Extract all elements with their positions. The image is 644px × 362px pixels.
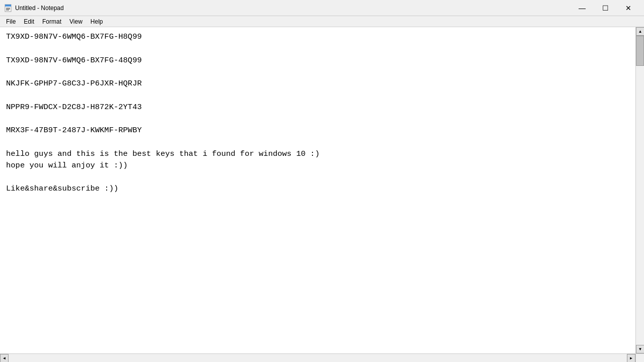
menu-help[interactable]: Help xyxy=(87,17,107,26)
maximize-button[interactable]: ☐ xyxy=(594,0,617,16)
menu-edit[interactable]: Edit xyxy=(20,17,38,26)
scroll-thumb[interactable] xyxy=(636,36,644,66)
scroll-left-button[interactable]: ◄ xyxy=(0,354,9,362)
close-button[interactable]: ✕ xyxy=(617,0,640,16)
minimize-button[interactable]: — xyxy=(571,0,594,16)
app-icon xyxy=(4,4,12,12)
vertical-scrollbar[interactable]: ▲ ▼ xyxy=(635,27,644,353)
menu-file[interactable]: File xyxy=(2,17,20,26)
bottom-bar: ◄ ► xyxy=(0,353,644,362)
horizontal-scroll-track[interactable] xyxy=(9,354,627,362)
text-editor[interactable]: TX9XD-98N7V-6WMQ6-BX7FG-H8Q99 TX9XD-98N7… xyxy=(0,27,635,353)
scroll-track[interactable] xyxy=(636,36,644,345)
scroll-down-button[interactable]: ▼ xyxy=(636,345,644,353)
title-bar: Untitled - Notepad — ☐ ✕ xyxy=(0,0,644,16)
editor-area: TX9XD-98N7V-6WMQ6-BX7FG-H8Q99 TX9XD-98N7… xyxy=(0,27,644,353)
window-controls: — ☐ ✕ xyxy=(571,0,640,16)
scrollbar-corner xyxy=(635,353,644,362)
menu-bar: File Edit Format View Help xyxy=(0,16,644,27)
svg-rect-1 xyxy=(5,5,11,7)
scroll-right-button[interactable]: ► xyxy=(627,354,635,362)
menu-format[interactable]: Format xyxy=(38,17,65,26)
window-title: Untitled - Notepad xyxy=(15,5,571,12)
scroll-up-button[interactable]: ▲ xyxy=(636,27,644,36)
menu-view[interactable]: View xyxy=(65,17,87,26)
horizontal-scrollbar[interactable]: ◄ ► xyxy=(0,353,635,362)
notepad-window: Untitled - Notepad — ☐ ✕ File Edit Forma… xyxy=(0,0,644,362)
